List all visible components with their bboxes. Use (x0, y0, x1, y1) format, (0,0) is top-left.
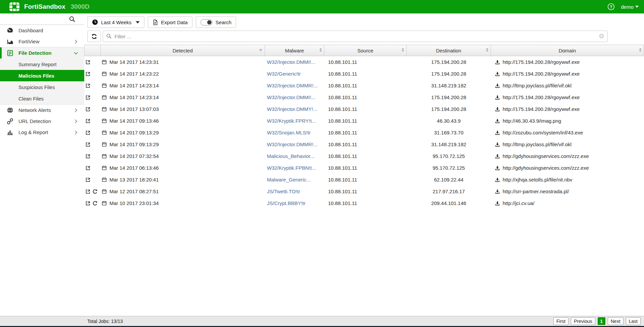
column-header-domain[interactable]: Domain (491, 45, 644, 56)
domain-url: http://jci.cv.ua/ (503, 200, 535, 206)
malware-name-link[interactable]: W32/Kryptik.FPBN!t... (267, 165, 316, 171)
column-header-detected[interactable]: Detected (101, 45, 265, 56)
sidebar-item-fortiview[interactable]: FortiView (0, 36, 84, 47)
open-details-icon[interactable] (85, 59, 91, 65)
sort-both-icon (486, 48, 489, 53)
table-row[interactable]: Mar 14 2017 14:23:14 W32/Injector.DMMI!.… (84, 91, 644, 103)
malware-name-link[interactable]: W32/Injector.DMMI!... (267, 94, 315, 100)
table-header: Detected Malware Source (84, 45, 644, 56)
open-details-icon[interactable] (85, 165, 91, 171)
malware-name-link[interactable]: W32/Injector.DMMY!... (267, 106, 317, 112)
sidebar-item-file-detection[interactable]: File Detection (0, 47, 84, 58)
destination-ip: 31.148.219.182 (431, 141, 466, 147)
table-row[interactable]: Mar 14 2017 09:13:29 W32/Injector.DMMR!.… (84, 138, 644, 150)
open-details-icon[interactable] (85, 177, 91, 182)
open-details-icon[interactable] (85, 83, 91, 88)
column-header-source[interactable]: Source (324, 45, 407, 56)
calendar-icon (102, 177, 107, 182)
svg-text:?: ? (610, 5, 613, 9)
clear-filter-icon[interactable] (599, 33, 604, 39)
table-row[interactable]: Mar 14 2017 14:23:31 W32/Injector.DMMI!.… (84, 56, 644, 68)
sidebar-item-dashboard[interactable]: Dashboard (0, 25, 84, 36)
domain-url: http://gdyhousingservices.com/zzz.exe (503, 153, 589, 159)
time-range-dropdown[interactable]: Last 4 Weeks (87, 16, 144, 28)
sidebar-item-summary-report[interactable]: Summary Report (0, 58, 84, 70)
first-page-button[interactable]: First (553, 317, 568, 325)
detected-timestamp: Mar 10 2017 23:01:34 (109, 200, 159, 206)
sidebar-item-malicious-files[interactable]: Malicious Files (0, 70, 84, 81)
domain-url: http://175.194.200.28/rgoywwf.exe (503, 106, 580, 112)
open-details-icon[interactable] (85, 130, 91, 135)
previous-page-button[interactable]: Previous (571, 317, 595, 325)
open-details-icon[interactable] (85, 71, 91, 77)
open-details-icon[interactable] (85, 95, 91, 100)
detected-timestamp: Mar 14 2017 09:13:29 (109, 130, 159, 135)
current-page-button[interactable]: 1 (598, 317, 605, 325)
detected-timestamp: Mar 14 2017 14:23:31 (109, 59, 159, 65)
sidebar-item-network-alerts[interactable]: Network Alerts (0, 105, 84, 116)
column-header-malware[interactable]: Malware (265, 45, 324, 56)
table-row[interactable]: Mar 10 2017 23:01:34 JS/Crypt.BBBY!tr 10… (84, 197, 644, 209)
export-file-icon (152, 19, 158, 25)
device-model: 3000D (71, 3, 89, 10)
sort-descending-icon (259, 48, 263, 53)
malware-name-link[interactable]: Malicious_Behavior... (267, 153, 315, 159)
malware-name-link[interactable]: W32/Injector.DMMR!... (267, 83, 318, 88)
malware-name-link[interactable]: JS/Twetti.TO!tr (267, 189, 300, 194)
table-row[interactable]: Mar 14 2017 14:23:22 W32/Generic!tr 10.8… (84, 68, 644, 80)
detected-timestamp: Mar 14 2017 13:07:03 (109, 106, 159, 112)
malware-name-link[interactable]: W32/Generic!tr (267, 71, 301, 77)
link-icon (7, 118, 13, 125)
table-row[interactable]: Mar 14 2017 13:07:03 W32/Injector.DMMY!.… (84, 103, 644, 115)
malware-name-link[interactable]: W32/Injector.DMMR!... (267, 141, 318, 147)
sidebar-item-suspicious-files[interactable]: Suspicious Files (0, 81, 84, 93)
next-page-button[interactable]: Next (608, 317, 624, 325)
open-details-icon[interactable] (85, 142, 91, 147)
last-page-button[interactable]: Last (626, 317, 641, 325)
sidebar-item-url-detection[interactable]: URL Detection (0, 116, 84, 127)
detected-timestamp: Mar 14 2017 09:13:29 (109, 141, 159, 147)
export-data-label: Export Data (161, 19, 188, 25)
malware-name-link[interactable]: W32/Injector.DMMI!... (267, 59, 315, 65)
search-toggle-button[interactable]: Search (196, 16, 236, 28)
open-details-icon[interactable] (85, 189, 91, 194)
destination-ip: 95.170.72.125 (433, 153, 465, 159)
table-row[interactable]: Mar 14 2017 06:13:46 W32/Kryptik.FPBN!t.… (84, 162, 644, 174)
content-area: Last 4 Weeks Export Data Search (84, 13, 644, 316)
export-data-button[interactable]: Export Data (148, 16, 192, 28)
sidebar-item-clean-files[interactable]: Clean Files (0, 93, 84, 104)
filter-input[interactable] (103, 31, 608, 42)
help-icon[interactable]: ? (607, 3, 615, 10)
malware-name-link[interactable]: W32/Kryptik.FPRY!t... (267, 118, 316, 124)
column-header-destination[interactable]: Destination (407, 45, 491, 56)
open-details-icon[interactable] (85, 154, 91, 159)
malware-name-link[interactable]: W32/Snojan.MLS!tr (267, 130, 311, 135)
domain-url: http://46.30.43.9/imag.png (503, 118, 561, 124)
sidebar-search[interactable] (0, 13, 84, 25)
table-row[interactable]: Mar 14 2017 09:13:46 W32/Kryptik.FPRY!t.… (84, 115, 644, 127)
malware-name-link[interactable]: Malware_Generic... (267, 177, 311, 182)
detected-timestamp: Mar 14 2017 07:32:54 (109, 153, 159, 159)
table-row[interactable]: Mar 12 2017 08:27:51 JS/Twetti.TO!tr 10.… (84, 186, 644, 197)
rescan-icon[interactable] (92, 189, 98, 194)
refresh-button[interactable] (87, 31, 101, 42)
open-details-icon[interactable] (85, 201, 91, 206)
table-row[interactable]: Mar 14 2017 14:23:14 W32/Injector.DMMR!.… (84, 80, 644, 91)
calendar-icon (102, 118, 107, 123)
user-menu[interactable]: demo (621, 4, 639, 10)
open-details-icon[interactable] (85, 118, 91, 124)
malware-name-link[interactable]: JS/Crypt.BBBY!tr (267, 200, 306, 206)
destination-ip: 95.170.72.125 (433, 165, 465, 171)
area-chart-icon (7, 38, 13, 45)
open-details-icon[interactable] (85, 107, 91, 112)
rescan-icon[interactable] (92, 201, 98, 206)
table-row[interactable]: Mar 14 2017 09:13:29 W32/Snojan.MLS!tr 1… (84, 127, 644, 138)
source-ip: 10.88.101.11 (328, 94, 357, 100)
calendar-icon (102, 130, 107, 135)
domain-url: http://175.194.200.28/rgoywwf.exe (503, 71, 580, 77)
calendar-icon (102, 154, 107, 159)
table-row[interactable]: Mar 14 2017 07:32:54 Malicious_Behavior.… (84, 150, 644, 162)
source-ip: 10.88.101.11 (328, 200, 357, 206)
table-row[interactable]: Mar 13 2017 18:20:41 Malware_Generic... … (84, 174, 644, 186)
sidebar-item-log-report[interactable]: Log & Report (0, 127, 84, 138)
